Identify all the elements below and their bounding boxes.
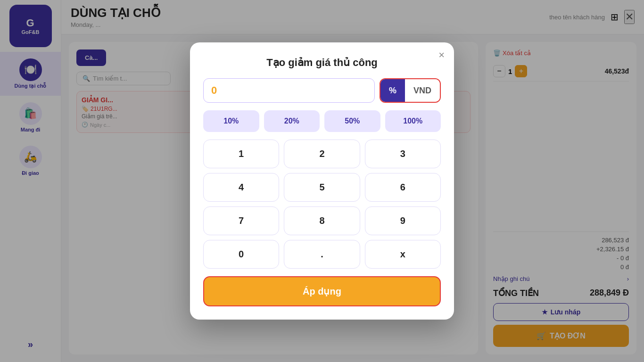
modal-close-button[interactable]: × [438,50,445,60]
modal-overlay: Tạo giảm giá thủ công × % VND 10% 20% 50… [0,0,644,362]
num-1-button[interactable]: 1 [203,140,279,168]
preset-row: 10% 20% 50% 100% [203,110,441,132]
backspace-button[interactable]: x [365,240,441,269]
num-3-button[interactable]: 3 [365,140,441,168]
decimal-button[interactable]: . [284,240,360,269]
apply-button[interactable]: Áp dụng [203,276,441,306]
preset-20-button[interactable]: 20% [264,110,320,132]
preset-50-button[interactable]: 50% [324,110,380,132]
num-4-button[interactable]: 4 [203,173,279,202]
modal-title: Tạo giảm giá thủ công [203,57,441,69]
preset-100-button[interactable]: 100% [385,110,441,132]
unit-toggle-group: % VND [380,78,441,103]
num-7-button[interactable]: 7 [203,206,279,235]
num-0-button[interactable]: 0 [203,240,279,269]
num-6-button[interactable]: 6 [365,173,441,202]
num-2-button[interactable]: 2 [284,140,360,168]
discount-modal: Tạo giảm giá thủ công × % VND 10% 20% 50… [190,42,454,320]
num-9-button[interactable]: 9 [365,206,441,235]
numpad: 1 2 3 4 5 6 7 8 9 0 . x [203,140,441,269]
vnd-toggle-button[interactable]: VND [405,79,440,102]
num-5-button[interactable]: 5 [284,173,360,202]
num-8-button[interactable]: 8 [284,206,360,235]
preset-10-button[interactable]: 10% [203,110,259,132]
discount-value-input[interactable] [203,78,375,103]
input-toggle-row: % VND [203,78,441,103]
percent-toggle-button[interactable]: % [380,79,405,102]
